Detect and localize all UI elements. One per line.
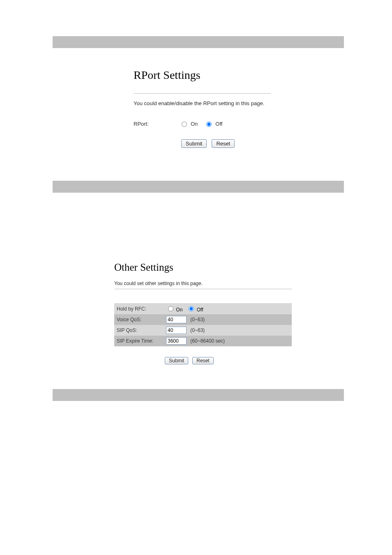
voice-qos-hint: (0~63) [190,317,205,322]
table-row: SIP Expire Time: (60~86400 sec) [114,336,292,346]
rport-on-radio[interactable] [182,122,187,127]
other-title: Other Settings [114,262,292,273]
sip-expire-input[interactable] [166,337,187,345]
divider-bar [53,181,344,193]
rport-settings-panel: RPort Settings You could enable/disable … [134,69,281,148]
other-reset-button[interactable]: Reset [192,357,213,364]
rport-description: You could enable/disable the RPort setti… [134,100,281,106]
rport-label: RPort: [134,121,180,127]
rport-reset-button[interactable]: Reset [212,139,235,148]
table-row: SIP QoS: (0~63) [114,325,292,336]
rport-on-label[interactable]: On [191,121,198,127]
hold-on-radio[interactable] [168,306,173,311]
hold-on-label[interactable]: On [176,307,182,313]
sip-qos-hint: (0~63) [190,327,205,333]
sip-qos-input[interactable] [166,327,187,334]
other-settings-table: Hold by RFC: On Off Voice QoS: (0~63) SI… [114,303,292,346]
rport-submit-button[interactable]: Submit [181,139,207,148]
rport-off-label[interactable]: Off [215,121,222,127]
voice-qos-input[interactable] [166,316,187,323]
divider-line [134,93,271,94]
hold-off-radio[interactable] [189,306,194,311]
sip-expire-label: SIP Expire Time: [114,336,164,346]
rport-off-radio[interactable] [206,122,212,127]
divider-bar [53,389,344,401]
table-row: Hold by RFC: On Off [114,303,292,314]
sip-qos-label: SIP QoS: [114,325,164,336]
other-submit-button[interactable]: Submit [165,357,188,364]
sip-expire-hint: (60~86400 sec) [190,338,225,344]
other-settings-panel: Other Settings You could set other setti… [114,262,292,364]
divider-line [114,289,292,289]
hold-by-rfc-label: Hold by RFC: [114,303,164,314]
divider-bar [53,36,344,48]
other-description: You could set other settings in this pag… [114,281,292,286]
voice-qos-label: Voice QoS: [114,314,164,325]
table-row: Voice QoS: (0~63) [114,314,292,325]
hold-off-label[interactable]: Off [197,307,203,313]
rport-title: RPort Settings [134,69,281,82]
